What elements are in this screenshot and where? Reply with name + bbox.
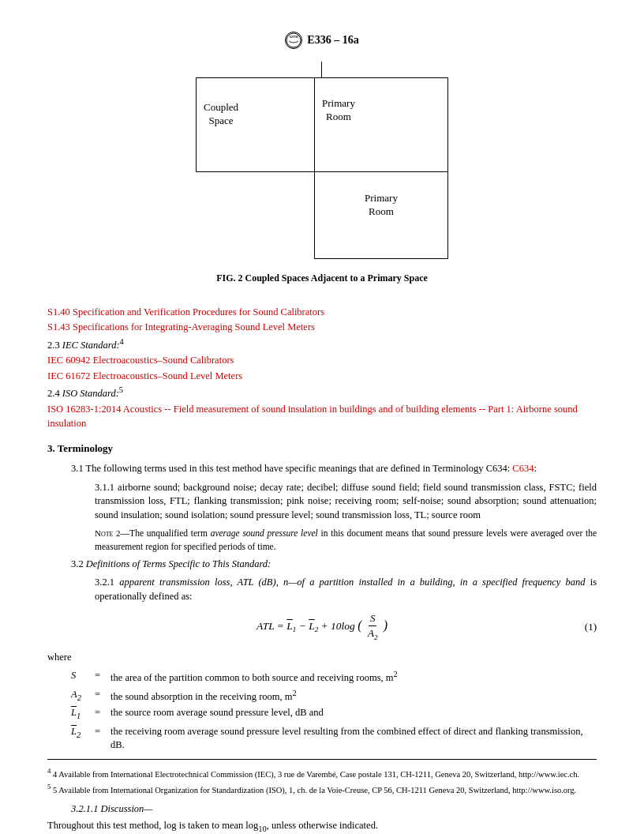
diagram-top-tick — [321, 62, 322, 77]
footnote-ref-4: 4 — [120, 337, 124, 346]
section-3-heading: 3. Terminology — [47, 441, 597, 456]
primary-room-bottom-label: PrimaryRoom — [318, 192, 444, 219]
ref-s1-40-text[interactable]: Specification and Verification Procedure… — [73, 306, 324, 317]
note-2-text: —The unqualified term average sound pres… — [95, 528, 597, 550]
section-rule — [47, 759, 597, 760]
var-s: S = the area of the partition common to … — [71, 669, 597, 686]
diagram-divider — [314, 77, 315, 172]
note-2-label: Note 2 — [95, 528, 121, 538]
where-label: where — [47, 651, 597, 665]
para-3-1: 3.1 The following terms used in this tes… — [71, 462, 597, 476]
ref-iso-text[interactable]: Acoustics -- Field measurement of sound … — [47, 404, 578, 429]
ref-iec-std-label: IEC Standard: — [62, 340, 120, 351]
ref-s1-43-text[interactable]: Specifications for Integrating-Averaging… — [73, 321, 315, 332]
ref-iec-60942: IEC 60942 Electroacoustics–Sound Calibra… — [47, 354, 597, 368]
note-2: Note 2—The unqualified term average soun… — [95, 527, 597, 552]
discussion-3-2-1-text: Throughout this test method, log is take… — [47, 819, 597, 834]
ref-iso-16283: ISO 16283-1:2014 Acoustics -- Field meas… — [47, 403, 597, 430]
ref-iec-60942-text[interactable]: Electroacoustics–Sound Calibrators — [93, 355, 234, 366]
ref-s1-40: S1.40 Specification and Verification Pro… — [47, 306, 597, 320]
var-a2: A2 = the sound absorption in the receivi… — [71, 688, 597, 704]
para-3-2-label: 3.2 Definitions of Terms Specific to Thi… — [71, 558, 271, 569]
primary-room-top-label: PrimaryRoom — [322, 97, 355, 124]
para-3-1-1: 3.1.1 airborne sound; background noise; … — [95, 481, 597, 523]
document-title: E336 – 16a — [307, 32, 358, 48]
var-l1: L1 = the source room average sound press… — [71, 706, 597, 722]
ref-2-3: 2.3 IEC Standard:4 — [47, 336, 597, 353]
figure-caption: FIG. 2 Coupled Spaces Adjacent to a Prim… — [216, 272, 428, 285]
formula-atl: ATL = L1 − L2 + 10log ( S A2 ) (1) — [47, 611, 597, 642]
para-3-2: 3.2 Definitions of Terms Specific to Thi… — [71, 558, 597, 572]
references-section: S1.40 Specification and Verification Pro… — [47, 306, 597, 430]
ref-s1-43: S1.43 Specifications for Integrating-Ave… — [47, 321, 597, 335]
var-l2: L2 = the receiving room average sound pr… — [71, 725, 597, 753]
coupled-space-label: CoupledSpace — [204, 101, 238, 128]
variable-list: S = the area of the partition common to … — [71, 669, 597, 752]
figure-2: CoupledSpace PrimaryRoom PrimaryRoom FIG… — [47, 62, 597, 298]
para-3-2-1: 3.2.1 apparent transmission loss, ATL (d… — [95, 576, 597, 603]
discussion-3-2-1: 3.2.1.1 Discussion— — [71, 802, 597, 817]
ref-2-4: 2.4 ISO Standard:5 — [47, 385, 597, 401]
ref-iso-std-label: ISO Standard: — [62, 389, 119, 400]
ref-iec-61672-text[interactable]: Electroacoustics–Sound Level Meters — [93, 370, 243, 381]
formula-number: (1) — [585, 620, 597, 634]
astm-logo: ASTM — [285, 32, 302, 49]
formula-expression: ATL = L1 − L2 + 10log ( S A2 ) — [256, 611, 388, 642]
ref-2-4-label: 2.4 — [47, 389, 60, 400]
ref-iec-60942-label[interactable]: IEC 60942 — [47, 355, 91, 366]
ref-s1-40-label[interactable]: S1.40 — [47, 306, 70, 317]
diagram-illustration: CoupledSpace PrimaryRoom PrimaryRoom — [196, 62, 448, 267]
footnote-ref-5: 5 — [119, 385, 123, 394]
page-header: ASTM E336 – 16a — [47, 32, 597, 49]
ref-iec-61672: IEC 61672 Electroacoustics–Sound Level M… — [47, 370, 597, 384]
ref-iec-61672-label[interactable]: IEC 61672 — [47, 370, 91, 381]
ref-s1-43-label[interactable]: S1.43 — [47, 321, 70, 332]
discussion-3-2-1-label: 3.2.1.1 Discussion— — [71, 803, 152, 814]
ref-iso-label[interactable]: ISO 16283-1:2014 — [47, 404, 121, 415]
footnote-5: 5 5 Available from International Organiz… — [47, 782, 597, 796]
c634-ref[interactable]: C634 — [512, 463, 534, 474]
footnote-4: 4 4 Available from International Electro… — [47, 766, 597, 780]
ref-2-3-label: 2.3 — [47, 340, 60, 351]
svg-text:ASTM: ASTM — [290, 35, 299, 39]
